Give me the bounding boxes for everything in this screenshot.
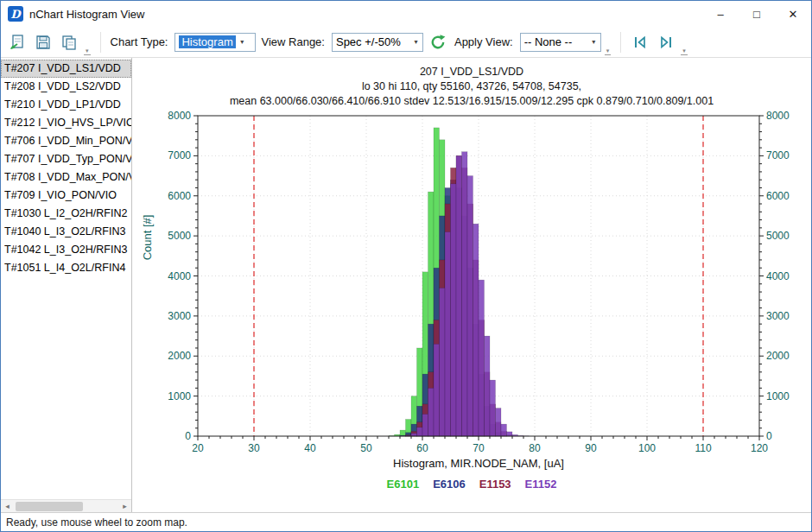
window-title: nChart Histogram View [29, 8, 144, 21]
list-item[interactable]: T#207 I_VDD_LS1/VDD [1, 60, 131, 78]
minimize-button[interactable]: – [702, 1, 739, 27]
toolbar: ▾ Chart Type: Histogram ▾ View Range: Sp… [1, 27, 811, 58]
svg-text:2000: 2000 [766, 350, 790, 362]
svg-text:1000: 1000 [168, 390, 191, 402]
svg-text:40: 40 [304, 442, 316, 454]
svg-text:3000: 3000 [168, 310, 191, 322]
apply-view-label: Apply View: [454, 35, 513, 48]
open-chart-icon[interactable] [6, 31, 29, 54]
toolbar-separator [100, 32, 101, 53]
svg-text:1000: 1000 [766, 390, 790, 402]
chart-type-select[interactable]: Histogram ▾ [174, 33, 256, 52]
svg-text:60: 60 [416, 442, 428, 454]
list-item[interactable]: T#709 I_VIO_PON/VIO [1, 187, 131, 205]
app-window: D nChart Histogram View – □ ✕ [0, 0, 812, 532]
legend-entry: E1153 [479, 478, 511, 491]
chevron-down-icon: ▾ [409, 38, 422, 46]
list-item[interactable]: T#1051 L_I4_O2L/RFIN4 [1, 259, 131, 277]
apply-view-value: -- None -- [524, 35, 587, 48]
svg-text:Histogram, MIR.NODE_NAM, [uA]: Histogram, MIR.NODE_NAM, [uA] [393, 457, 564, 470]
copy-icon[interactable] [58, 31, 80, 54]
scroll-left-icon[interactable]: ◂ [1, 502, 14, 510]
toolbar-overflow-icon[interactable]: ▾ [84, 48, 91, 55]
chart-title-line3: mean 63.000/66.030/66.410/66.910 stdev 1… [230, 94, 714, 109]
go-first-icon[interactable] [629, 31, 651, 54]
list-item[interactable]: T#208 I_VDD_LS2/VDD [1, 78, 131, 96]
legend-entry: E1152 [525, 478, 557, 491]
chart-type-value: Histogram [179, 35, 235, 48]
view-range-label: View Range: [261, 35, 324, 48]
svg-text:110: 110 [695, 442, 711, 454]
svg-text:80: 80 [529, 442, 541, 454]
list-item[interactable]: T#1030 L_I2_O2H/RFIN2 [1, 205, 131, 223]
svg-text:100: 100 [638, 442, 655, 454]
svg-text:70: 70 [473, 442, 485, 454]
svg-text:6000: 6000 [766, 190, 790, 202]
maximize-button[interactable]: □ [739, 1, 775, 27]
svg-text:90: 90 [585, 442, 597, 454]
status-bar: Ready, use mouse wheel to zoom map. [1, 512, 811, 531]
chart-panel: 207 I_VDD_LS1/VDD lo 30 hi 110, qty 5516… [132, 58, 811, 512]
title-bar[interactable]: D nChart Histogram View – □ ✕ [1, 1, 811, 27]
view-range-value: Spec +/-50% [336, 35, 409, 48]
view-range-select[interactable]: Spec +/-50% ▾ [332, 33, 423, 52]
svg-text:8000: 8000 [766, 110, 790, 122]
apply-view-select[interactable]: -- None -- ▾ [520, 33, 601, 52]
legend-entry: E6101 [387, 478, 420, 491]
svg-text:0: 0 [185, 430, 191, 442]
list-item[interactable]: T#212 I_VIO_HVS_LP/VIO [1, 114, 131, 132]
svg-text:30: 30 [248, 442, 260, 454]
svg-text:4000: 4000 [168, 270, 191, 282]
scroll-right-icon[interactable]: ▸ [118, 502, 131, 510]
svg-text:6000: 6000 [168, 190, 191, 202]
svg-text:0: 0 [766, 430, 772, 442]
test-sidebar: T#207 I_VDD_LS1/VDDT#208 I_VDD_LS2/VDDT#… [1, 58, 132, 512]
toolbar-overflow-icon[interactable]: ▾ [605, 48, 612, 55]
scrollbar-thumb[interactable] [16, 502, 83, 511]
chart-title-line2: lo 30 hi 110, qty 55160, 43726, 54708, 5… [362, 79, 581, 94]
list-item[interactable]: T#707 I_VDD_Typ_PON/V [1, 150, 131, 168]
go-last-icon[interactable] [655, 31, 677, 54]
svg-text:50: 50 [360, 442, 372, 454]
svg-text:7000: 7000 [766, 149, 790, 162]
svg-text:7000: 7000 [168, 149, 191, 162]
list-item[interactable]: T#1042 L_I3_O2H/RFIN3 [1, 241, 131, 259]
content-area: T#207 I_VDD_LS1/VDDT#208 I_VDD_LS2/VDDT#… [1, 58, 811, 512]
list-item[interactable]: T#1040 L_I3_O2L/RFIN3 [1, 223, 131, 241]
chevron-down-icon: ▾ [236, 38, 249, 46]
svg-text:8000: 8000 [168, 110, 191, 122]
svg-text:4000: 4000 [766, 270, 790, 282]
svg-text:5000: 5000 [766, 230, 790, 242]
svg-text:3000: 3000 [766, 310, 790, 322]
refresh-icon[interactable] [427, 31, 449, 54]
svg-text:Count [#]: Count [#] [141, 215, 154, 261]
toolbar-separator [620, 32, 621, 53]
save-icon[interactable] [32, 31, 54, 54]
chart-legend: E6101E6106E1153E1152 [387, 478, 557, 491]
list-item[interactable]: T#210 I_VDD_LP1/VDD [1, 96, 131, 114]
list-item[interactable]: T#708 I_VDD_Max_PON/V [1, 168, 131, 187]
svg-text:5000: 5000 [168, 230, 191, 242]
chart-title-line1: 207 I_VDD_LS1/VDD [420, 65, 523, 79]
app-logo-icon: D [8, 6, 23, 22]
chart-type-label: Chart Type: [111, 35, 168, 48]
svg-text:2000: 2000 [168, 350, 191, 362]
chevron-down-icon: ▾ [587, 38, 600, 46]
test-list: T#207 I_VDD_LS1/VDDT#208 I_VDD_LS2/VDDT#… [1, 58, 131, 499]
list-item[interactable]: T#706 I_VDD_Min_PON/V [1, 132, 131, 150]
histogram-svg[interactable]: 2030405060708090100110120001000100020002… [137, 109, 807, 476]
close-button[interactable]: ✕ [775, 1, 811, 27]
svg-text:20: 20 [192, 442, 204, 454]
toolbar-overflow-icon[interactable]: ▾ [681, 48, 688, 55]
sidebar-hscrollbar[interactable]: ◂ ▸ [1, 499, 131, 512]
status-text: Ready, use mouse wheel to zoom map. [6, 516, 187, 529]
legend-entry: E6106 [433, 478, 466, 491]
svg-text:120: 120 [750, 442, 767, 454]
